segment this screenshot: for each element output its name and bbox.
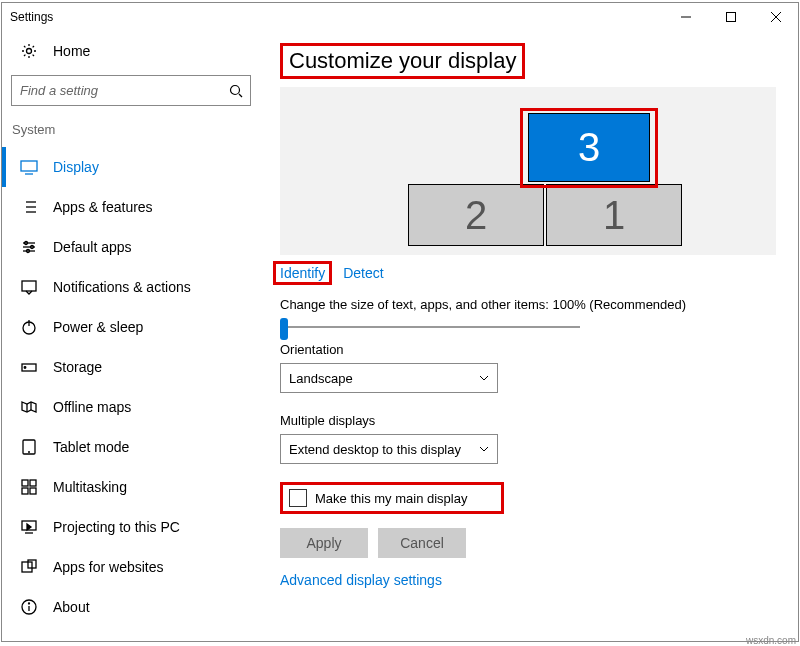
settings-window: Settings Home System Display	[1, 2, 799, 642]
storage-icon	[20, 358, 38, 376]
main-display-highlight-box: Make this my main display	[280, 482, 504, 514]
sidebar-item-apps-websites[interactable]: Apps for websites	[2, 547, 260, 587]
display-arrangement[interactable]: 2 1 3	[280, 87, 776, 255]
svg-rect-7	[21, 161, 37, 171]
sidebar-item-label: Apps & features	[53, 199, 153, 215]
slider-track	[280, 326, 580, 328]
slider-thumb[interactable]	[280, 318, 288, 340]
orientation-value: Landscape	[289, 371, 353, 386]
apps-web-icon	[20, 558, 38, 576]
close-button[interactable]	[753, 3, 798, 31]
identify-highlight-box: Identify	[273, 261, 332, 285]
maximize-button[interactable]	[708, 3, 753, 31]
home-button[interactable]: Home	[2, 31, 260, 71]
sidebar-item-default-apps[interactable]: Default apps	[2, 227, 260, 267]
nav-list: Display Apps & features Default apps Not…	[2, 147, 260, 627]
display-icon	[20, 158, 38, 176]
sidebar-item-label: About	[53, 599, 90, 615]
sidebar-item-label: Apps for websites	[53, 559, 164, 575]
sidebar-item-offline-maps[interactable]: Offline maps	[2, 387, 260, 427]
window-title: Settings	[10, 10, 53, 24]
sidebar-item-label: Multitasking	[53, 479, 127, 495]
sidebar-item-label: Default apps	[53, 239, 132, 255]
svg-rect-32	[22, 488, 28, 494]
advanced-display-link[interactable]: Advanced display settings	[280, 572, 778, 588]
list-icon	[20, 198, 38, 216]
button-row: Apply Cancel	[280, 528, 778, 558]
home-label: Home	[53, 43, 90, 59]
monitor-3[interactable]: 3	[528, 113, 650, 182]
svg-point-25	[24, 367, 26, 369]
svg-rect-21	[22, 281, 36, 291]
svg-line-6	[239, 94, 242, 97]
multitask-icon	[20, 478, 38, 496]
sidebar-item-projecting[interactable]: Projecting to this PC	[2, 507, 260, 547]
svg-rect-31	[30, 480, 36, 486]
monitor-2[interactable]: 2	[408, 184, 544, 246]
orientation-label: Orientation	[280, 342, 778, 357]
titlebar: Settings	[2, 3, 798, 31]
monitor-1[interactable]: 1	[546, 184, 682, 246]
multiple-displays-select[interactable]: Extend desktop to this display	[280, 434, 498, 464]
sidebar: Home System Display Apps & features Defa	[2, 31, 260, 641]
power-icon	[20, 318, 38, 336]
main-display-label: Make this my main display	[315, 491, 467, 506]
sidebar-item-label: Offline maps	[53, 399, 131, 415]
search-input[interactable]	[11, 75, 251, 106]
sidebar-item-notifications[interactable]: Notifications & actions	[2, 267, 260, 307]
svg-rect-33	[30, 488, 36, 494]
map-icon	[20, 398, 38, 416]
svg-point-4	[27, 49, 32, 54]
watermark: wsxdn.com	[746, 635, 796, 646]
chevron-down-icon	[479, 444, 489, 454]
sidebar-item-label: Storage	[53, 359, 102, 375]
link-row: Identify Detect	[280, 265, 778, 281]
sidebar-item-storage[interactable]: Storage	[2, 347, 260, 387]
main-display-checkbox[interactable]	[289, 489, 307, 507]
tablet-icon	[20, 438, 38, 456]
apply-button[interactable]: Apply	[280, 528, 368, 558]
info-icon	[20, 598, 38, 616]
svg-rect-1	[726, 13, 735, 22]
scale-label: Change the size of text, apps, and other…	[280, 297, 778, 312]
minimize-button[interactable]	[663, 3, 708, 31]
sidebar-item-label: Projecting to this PC	[53, 519, 180, 535]
defaults-icon	[20, 238, 38, 256]
sidebar-heading: System	[2, 116, 260, 147]
sidebar-item-label: Tablet mode	[53, 439, 129, 455]
search-wrap	[11, 75, 251, 106]
title-highlight-box: Customize your display	[280, 43, 525, 79]
cancel-button[interactable]: Cancel	[378, 528, 466, 558]
project-icon	[20, 518, 38, 536]
svg-point-5	[231, 85, 240, 94]
svg-rect-35	[22, 562, 32, 572]
multiple-value: Extend desktop to this display	[289, 442, 461, 457]
sidebar-item-power-sleep[interactable]: Power & sleep	[2, 307, 260, 347]
identify-link[interactable]: Identify	[280, 265, 325, 281]
multiple-label: Multiple displays	[280, 413, 778, 428]
sidebar-item-apps-features[interactable]: Apps & features	[2, 187, 260, 227]
detect-link[interactable]: Detect	[343, 265, 383, 281]
gear-icon	[20, 42, 38, 60]
notification-icon	[20, 278, 38, 296]
main-panel: Customize your display 2 1 3 Identify De…	[260, 31, 798, 641]
search-icon	[229, 84, 243, 98]
sidebar-item-multitasking[interactable]: Multitasking	[2, 467, 260, 507]
sidebar-item-about[interactable]: About	[2, 587, 260, 627]
svg-rect-30	[22, 480, 28, 486]
page-title: Customize your display	[283, 46, 522, 76]
sidebar-item-label: Display	[53, 159, 99, 175]
sidebar-item-display[interactable]: Display	[2, 147, 260, 187]
sidebar-item-tablet-mode[interactable]: Tablet mode	[2, 427, 260, 467]
orientation-select[interactable]: Landscape	[280, 363, 498, 393]
sidebar-item-label: Notifications & actions	[53, 279, 191, 295]
sidebar-item-label: Power & sleep	[53, 319, 143, 335]
chevron-down-icon	[479, 373, 489, 383]
svg-point-39	[29, 603, 30, 604]
